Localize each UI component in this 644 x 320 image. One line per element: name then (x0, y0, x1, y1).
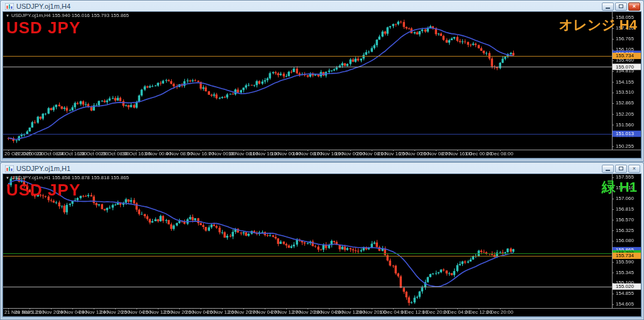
titlebar-h4[interactable]: USDJPY.oj1m,H4 × (3, 1, 641, 11)
minimize-button[interactable] (602, 165, 614, 173)
restore-icon (619, 167, 623, 170)
chart-area-h1: ▼USDJPY.oj1m,H1 155.858 155.878 155.818 … (3, 174, 641, 317)
close-button[interactable]: × (628, 165, 640, 173)
chart-window-icon (5, 3, 14, 10)
close-icon: × (633, 166, 636, 172)
restore-button[interactable] (615, 3, 627, 11)
mdi-workspace: USDJPY.oj1m,H4 × ▼USDJPY.oj1m,H4 155.940… (0, 0, 644, 320)
close-icon: × (633, 4, 636, 9)
chart-area-h4: ▼USDJPY.oj1m,H4 155.940 156.016 155.793 … (3, 11, 641, 158)
titlebar-h1[interactable]: USDJPY.oj1m,H1 × (3, 163, 641, 174)
window-title: USDJPY.oj1m,H4 (16, 3, 602, 10)
chart-window-h4: USDJPY.oj1m,H4 × ▼USDJPY.oj1m,H4 155.940… (0, 0, 644, 162)
restore-icon (619, 4, 623, 8)
chart-window-icon (5, 165, 14, 172)
minimize-icon (606, 170, 610, 171)
chart-canvas-h4[interactable] (3, 12, 641, 158)
chart-canvas-h1[interactable] (3, 174, 641, 316)
minimize-icon (606, 8, 610, 9)
chart-window-h1: USDJPY.oj1m,H1 × ▼USDJPY.oj1m,H1 155.858… (0, 162, 644, 320)
close-button[interactable]: × (628, 3, 640, 11)
restore-button[interactable] (615, 165, 627, 173)
window-title: USDJPY.oj1m,H1 (16, 165, 602, 172)
minimize-button[interactable] (602, 3, 614, 11)
